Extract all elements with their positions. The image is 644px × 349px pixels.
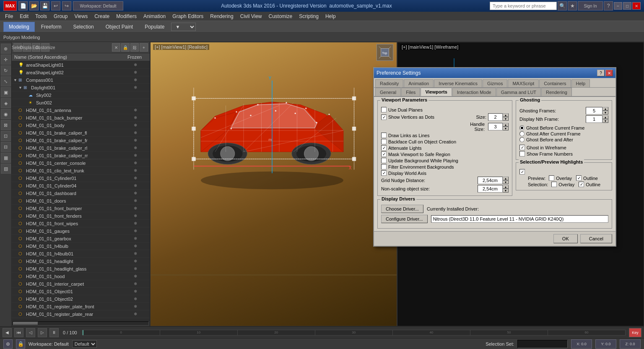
size-down-btn[interactable]: ▼ <box>503 117 509 121</box>
draw-links-checkbox[interactable] <box>381 133 387 138</box>
list-item[interactable]: ⬡ HDM_01_01_back_bumper ❄ <box>12 114 150 122</box>
viewport-main[interactable]: [+] [mainView1] [Realistic] <box>150 42 397 326</box>
list-item[interactable]: ⬡ HDM_01_01_front_fenders ❄ <box>12 212 150 220</box>
timeline-rewind-btn[interactable]: ⏮ <box>14 328 23 337</box>
attenuate-lights-checkbox[interactable] <box>381 145 387 151</box>
menu-animation[interactable]: Animation <box>140 13 169 20</box>
menu-civil-view[interactable]: Civil View <box>237 13 265 20</box>
favorites-btn[interactable]: ★ <box>568 1 577 10</box>
ribbon-tab-populate[interactable]: Populate <box>139 22 170 32</box>
tab-maxscript[interactable]: MAXScript <box>508 79 539 87</box>
list-item[interactable]: ⬡ HDM_01_01_center_console ❄ <box>12 159 150 167</box>
ghost-after-radio[interactable] <box>519 131 525 136</box>
redo-btn[interactable]: ↪ <box>62 1 71 10</box>
list-item[interactable]: ⬡ HDM_01_01_brake_caliper_rr ❄ <box>12 152 150 159</box>
menu-customize[interactable]: Customize <box>265 13 296 20</box>
tab-files[interactable]: Files <box>401 88 420 96</box>
size-input[interactable] <box>488 113 503 121</box>
tab-containers[interactable]: Containers <box>539 79 571 87</box>
show-vertices-checkbox[interactable] <box>381 115 387 120</box>
list-item[interactable]: ⬡ HDM_01_01_doors ❄ <box>12 197 150 205</box>
help-btn[interactable]: ? <box>604 1 613 10</box>
menu-create[interactable]: Create <box>91 13 113 20</box>
list-item[interactable]: ⬡ HDM_01_01_hood ❄ <box>12 273 150 280</box>
non-scaling-down-btn[interactable]: ▼ <box>503 189 509 193</box>
sidebar-select-icon[interactable]: ⊕ <box>1 44 11 54</box>
tab-inverse-kinematics[interactable]: Inverse Kinematics <box>434 79 482 87</box>
list-item[interactable]: ⬡ HDM_01_01_brake_caliper_fl ❄ <box>12 129 150 137</box>
driver-value-input[interactable] <box>431 215 608 223</box>
configure-driver-btn[interactable]: Configure Driver... <box>381 215 428 223</box>
pref-help-btn[interactable]: ? <box>597 70 605 76</box>
list-item[interactable]: ⬡ HDM_01_01_body ❄ <box>12 122 150 129</box>
choose-driver-btn[interactable]: Choose Driver... <box>381 205 423 213</box>
search-btn[interactable]: 🔍 <box>558 1 567 10</box>
list-item[interactable]: ⬡ HDM_01_01_dashboard ❄ <box>12 190 150 197</box>
menu-edit[interactable]: Edit <box>16 13 32 20</box>
list-item[interactable]: ☀ Sun002 <box>12 99 150 107</box>
pref-ok-btn[interactable]: OK <box>553 234 578 243</box>
tab-gizmos[interactable]: Gizmos <box>483 79 507 87</box>
list-item[interactable]: ⬡ HDM_01_01_register_plate_rear ❄ <box>12 310 150 318</box>
list-item[interactable]: ⬡ HDM_01_01_gearbox ❄ <box>12 235 150 242</box>
tab-viewports[interactable]: Viewports <box>421 88 452 96</box>
list-item[interactable]: ⬡ HDM_01_01_brake_caliper_fr ❄ <box>12 137 150 144</box>
menu-tools[interactable]: Tools <box>32 13 50 20</box>
handle-size-input[interactable] <box>488 123 503 130</box>
list-item[interactable]: ⬡ HDM_01_01_Object02 ❄ <box>12 295 150 303</box>
tab-general[interactable]: General <box>375 88 401 96</box>
ghosting-frames-input[interactable] <box>586 107 602 115</box>
list-item[interactable]: ⬡ HDM_01_01_Cylinder04 ❄ <box>12 182 150 190</box>
save-btn[interactable]: 💾 <box>40 1 49 10</box>
maximize-btn[interactable]: □ <box>623 2 631 10</box>
tab-rendering[interactable]: Rendering <box>541 88 572 96</box>
size-up-btn[interactable]: ▲ <box>503 113 509 117</box>
menu-scripting[interactable]: Scripting <box>296 13 322 20</box>
display-world-axis-checkbox[interactable] <box>381 170 387 176</box>
open-file-btn[interactable]: 📂 <box>29 1 39 10</box>
ribbon-tab-object-paint[interactable]: Object Paint <box>100 22 138 32</box>
ribbon-tab-selection[interactable]: Selection <box>68 22 99 32</box>
sidebar-tool8-icon[interactable]: ⊠ <box>1 120 11 130</box>
preview-outline-checkbox[interactable] <box>576 175 582 181</box>
ghosting-frames-up-btn[interactable]: ▲ <box>602 107 608 111</box>
use-dual-planes-checkbox[interactable] <box>381 107 387 112</box>
scene-list[interactable]: 💡 areaShapeLight01 ❄ 💡 areaShapeLight02 … <box>12 61 150 320</box>
menu-help[interactable]: Help <box>322 13 339 20</box>
scene-link-btn[interactable]: ⛓ <box>130 43 139 52</box>
ghost-wireframe-checkbox[interactable] <box>519 145 525 150</box>
list-item[interactable]: ⬡ HDM_01_01_headlight ❄ <box>12 258 150 265</box>
sidebar-tool7-icon[interactable]: ◉ <box>1 109 11 119</box>
timeline-play-fwd-btn[interactable]: ▷ <box>38 328 47 337</box>
tab-radiosity[interactable]: Radiosity <box>375 79 403 87</box>
backface-cull-checkbox[interactable] <box>381 139 387 144</box>
status-icon-1[interactable]: ⊕ <box>3 339 13 349</box>
scene-local-btn[interactable]: 🔒 <box>121 43 130 52</box>
timeline-keyset-btn[interactable]: Key <box>629 328 641 337</box>
ribbon-tab-freeform[interactable]: Freeform <box>36 22 67 32</box>
close-btn[interactable]: ✕ <box>632 2 641 10</box>
sidebar-tool9-icon[interactable]: ⊡ <box>1 131 11 141</box>
list-item[interactable]: ☁ Sky002 <box>12 91 150 99</box>
update-background-checkbox[interactable] <box>381 158 387 163</box>
list-item[interactable]: ⬡ HDM_01_01_Cylinder01 ❄ <box>12 174 150 182</box>
tab-gamma-lut[interactable]: Gamma and LUT <box>496 88 541 96</box>
list-item[interactable]: ⬡ HDM_01_01_headlight_glass ❄ <box>12 265 150 273</box>
new-file-btn[interactable]: 📄 <box>18 1 28 10</box>
scene-display-btn[interactable]: Display <box>23 43 31 52</box>
preview-overlay-checkbox[interactable] <box>549 175 554 181</box>
sidebar-scale-icon[interactable]: ⤡ <box>1 76 11 86</box>
selection-outline-checkbox[interactable] <box>579 182 584 187</box>
scene-col-name[interactable]: Name (Sorted Ascending) <box>14 55 122 60</box>
menu-modifiers[interactable]: Modifiers <box>113 13 140 20</box>
sidebar-rotate-icon[interactable]: ↻ <box>1 65 11 76</box>
list-item[interactable]: ⬡ HDM_01_01_antenna ❄ <box>12 107 150 114</box>
list-item[interactable]: 💡 areaShapeLight02 ❄ <box>12 69 150 76</box>
non-scaling-input[interactable] <box>478 185 503 193</box>
sidebar-tool11-icon[interactable]: ▦ <box>1 153 11 163</box>
list-item[interactable]: ▼ ⊞ Daylight001 ❄ <box>12 84 150 91</box>
non-scaling-up-btn[interactable]: ▲ <box>503 185 509 189</box>
sidebar-tool10-icon[interactable]: ⊟ <box>1 142 11 152</box>
sidebar-tool6-icon[interactable]: ◈ <box>1 98 11 108</box>
list-item[interactable]: ⬡ HDM_01_01_h4bulb01 ❄ <box>12 250 150 258</box>
